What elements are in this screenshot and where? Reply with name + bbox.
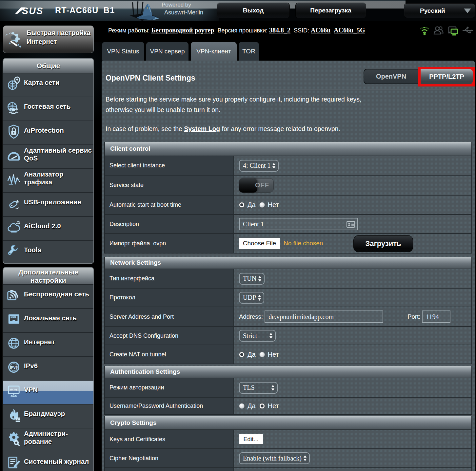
svg-text:IPV6: IPV6 xyxy=(10,365,18,369)
svg-text:SUS: SUS xyxy=(22,6,43,16)
